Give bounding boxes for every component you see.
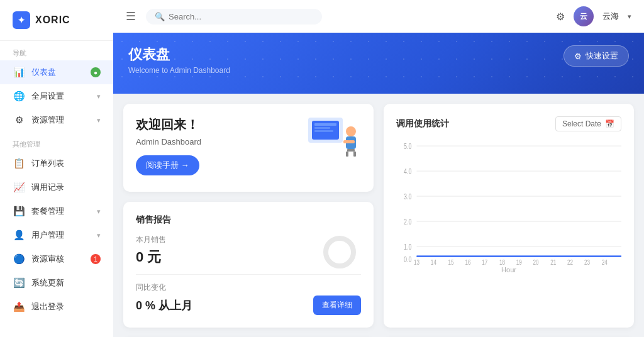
page-subtitle: Welcome to Admin Dashboard: [128, 66, 629, 75]
svg-text:13: 13: [414, 258, 419, 265]
svg-point-5: [346, 126, 356, 136]
sales-change-label: 同比变化: [136, 282, 361, 293]
svg-rect-4: [314, 130, 333, 132]
sidebar-item-orders-label: 订单列表: [31, 158, 101, 169]
user-menu-chevron[interactable]: ▾: [628, 13, 631, 21]
sidebar-item-global-settings-label: 全局设置: [31, 91, 97, 102]
sidebar-item-api-records[interactable]: 📈 调用记录: [0, 175, 113, 199]
svg-text:17: 17: [482, 258, 487, 265]
filter-icon[interactable]: ⚙: [556, 11, 565, 23]
svg-text:15: 15: [448, 258, 454, 265]
sidebar-item-audit[interactable]: 🔵 资源审核 1: [0, 247, 113, 271]
global-settings-icon: 🌐: [13, 90, 25, 102]
svg-rect-3: [314, 127, 330, 129]
chevron-down-icon-3: ▾: [97, 207, 101, 216]
sidebar-item-logout[interactable]: 📤 退出登录: [0, 295, 113, 319]
packages-icon: 💾: [13, 205, 25, 218]
svg-text:16: 16: [465, 258, 470, 265]
nav-section-label: 导航: [0, 41, 113, 60]
svg-text:2.0: 2.0: [404, 217, 411, 226]
sidebar-item-packages-label: 套餐管理: [31, 206, 97, 217]
logout-icon: 📤: [13, 301, 25, 313]
sales-card: 销售报告 本月销售 0 元 同比变化 0 % 从上月 查看详细: [123, 202, 374, 328]
topnav: ☰ 🔍 ⚙ 云 云海 ▾: [113, 0, 644, 33]
cards-grid: 欢迎回来！ Admin Dashboard 阅读手册 →: [113, 94, 644, 337]
sidebar-item-api-records-label: 调用记录: [31, 182, 101, 193]
other-section-label: 其他管理: [0, 132, 113, 152]
svg-rect-8: [348, 140, 355, 143]
svg-text:22: 22: [567, 258, 573, 265]
main-area: ☰ 🔍 ⚙ 云 云海 ▾ 仪表盘 Welcome to Admin Dashbo…: [113, 0, 644, 337]
collapse-icon[interactable]: ☰: [126, 9, 136, 23]
sidebar-item-global-settings[interactable]: 🌐 全局设置 ▾: [0, 84, 113, 108]
chart-title: 调用使用统计: [396, 118, 449, 130]
page-header: 仪表盘 Welcome to Admin Dashboard ⚙ 快速设置: [113, 33, 644, 94]
chevron-down-icon-2: ▾: [97, 116, 101, 124]
logo-icon: ✦: [13, 11, 30, 29]
logo-text: XORIC: [35, 14, 70, 26]
svg-rect-10: [346, 152, 348, 157]
sales-divider: [136, 274, 361, 275]
chart-area: 5.0 4.0 3.0 2.0 1.0 0.0 13 14 15 16 17: [396, 139, 621, 265]
svg-text:21: 21: [550, 258, 556, 265]
date-select[interactable]: Select Date 📅: [555, 116, 621, 131]
sidebar-item-dashboard-label: 仪表盘: [31, 67, 91, 78]
sidebar-item-logout-label: 退出登录: [31, 301, 101, 312]
welcome-illustration: [302, 113, 365, 163]
svg-text:3.0: 3.0: [404, 192, 411, 201]
api-records-icon: 📈: [13, 181, 25, 194]
svg-text:0.0: 0.0: [404, 255, 411, 263]
chevron-down-icon-4: ▾: [97, 231, 101, 240]
chevron-down-icon: ▾: [97, 92, 101, 101]
donut-chart: [321, 233, 358, 271]
users-icon: 👤: [13, 229, 25, 241]
update-icon: 🔄: [13, 277, 25, 289]
svg-text:18: 18: [499, 258, 505, 265]
view-details-button[interactable]: 查看详细: [313, 296, 361, 315]
sidebar: ✦ XORIC 导航 📊 仪表盘 ● 🌐 全局设置 ▾ ⚙ 资源管理 ▾ 其他管…: [0, 0, 113, 337]
read-manual-button[interactable]: 阅读手册 →: [136, 155, 199, 175]
audit-icon: 🔵: [13, 253, 25, 265]
orders-icon: 📋: [13, 157, 25, 170]
api-usage-chart-card: 调用使用统计 Select Date 📅: [384, 104, 634, 328]
resource-management-icon: ⚙: [13, 114, 25, 126]
sales-change-row: 0 % 从上月 查看详细: [136, 296, 361, 315]
svg-rect-2: [314, 123, 336, 126]
content-area: 仪表盘 Welcome to Admin Dashboard ⚙ 快速设置 欢迎…: [113, 33, 644, 337]
search-container: 🔍: [146, 9, 322, 25]
sales-change-value: 0 % 从上月: [136, 298, 192, 313]
sidebar-item-users[interactable]: 👤 用户管理 ▾: [0, 223, 113, 247]
svg-text:19: 19: [516, 258, 522, 265]
sidebar-item-dashboard[interactable]: 📊 仪表盘 ●: [0, 60, 113, 84]
svg-text:14: 14: [431, 258, 437, 265]
sidebar-item-users-label: 用户管理: [31, 229, 97, 241]
sidebar-item-orders[interactable]: 📋 订单列表: [0, 152, 113, 175]
sidebar-item-resource-management-label: 资源管理: [31, 114, 97, 126]
sidebar-item-update-label: 系统更新: [31, 277, 101, 289]
topnav-right: ⚙ 云 云海 ▾: [556, 6, 631, 26]
sidebar-item-update[interactable]: 🔄 系统更新: [0, 271, 113, 295]
chart-header: 调用使用统计 Select Date 📅: [396, 116, 621, 131]
quick-settings-button[interactable]: ⚙ 快速设置: [564, 45, 629, 67]
sidebar-logo: ✦ XORIC: [0, 0, 113, 41]
svg-point-36: [326, 238, 353, 266]
svg-text:5.0: 5.0: [404, 141, 411, 150]
sidebar-item-packages[interactable]: 💾 套餐管理 ▾: [0, 199, 113, 223]
svg-text:23: 23: [584, 258, 590, 265]
username[interactable]: 云海: [602, 11, 619, 22]
svg-text:1.0: 1.0: [404, 242, 411, 251]
sidebar-item-resource-management[interactable]: ⚙ 资源管理 ▾: [0, 108, 113, 132]
chart-x-axis-label: Hour: [396, 266, 621, 273]
gear-icon: ⚙: [574, 52, 582, 61]
audit-badge: 1: [91, 254, 101, 264]
avatar: 云: [574, 6, 594, 26]
search-input[interactable]: [169, 12, 294, 21]
svg-text:4.0: 4.0: [404, 167, 411, 175]
search-icon: 🔍: [155, 12, 165, 21]
page-title: 仪表盘: [128, 45, 629, 64]
sales-card-title: 销售报告: [136, 214, 361, 226]
svg-rect-11: [353, 152, 356, 157]
svg-text:24: 24: [602, 258, 608, 265]
svg-text:20: 20: [533, 258, 540, 265]
sidebar-item-audit-label: 资源审核: [31, 253, 91, 265]
